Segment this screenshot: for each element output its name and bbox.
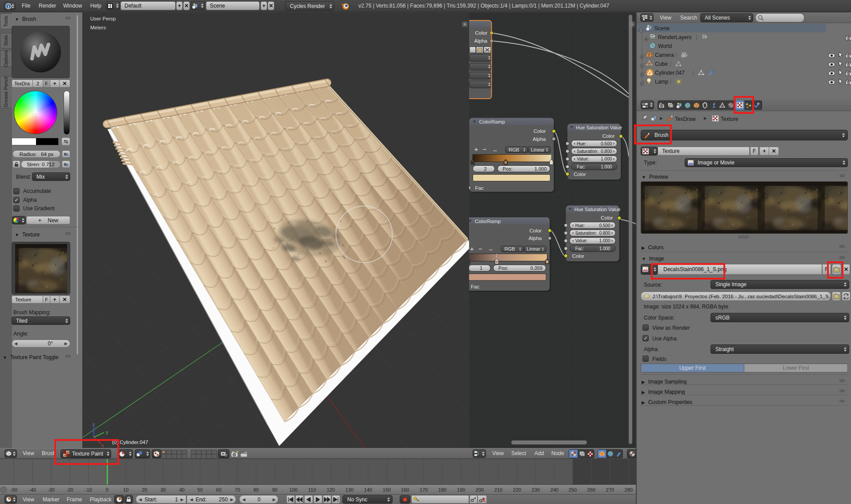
svg-text:z: z [92,422,95,427]
svg-text:Color: Color [601,215,613,220]
svg-text:130: 130 [345,487,353,492]
svg-text:RGB: RGB [505,246,515,252]
svg-text:0.500: 0.500 [601,141,612,146]
svg-text:100: 100 [289,487,297,492]
svg-text:Fac:: Fac: [577,164,585,169]
svg-text:+: + [470,245,474,252]
svg-text:+: + [474,145,478,153]
svg-text:↔: ↔ [488,246,494,252]
svg-text:-50: -50 [10,487,17,492]
svg-text:+: + [464,22,466,27]
svg-text:110: 110 [308,487,316,492]
svg-text:270: 270 [606,487,614,492]
svg-text:1: 1 [480,265,482,271]
svg-text:0.800: 0.800 [601,149,612,154]
svg-text:Color: Color [534,128,546,134]
svg-text:Value:: Value: [575,238,588,243]
svg-text:Fac:: Fac: [575,246,584,251]
svg-text:i: i [8,4,9,8]
svg-text:140: 140 [364,487,372,492]
svg-text:150: 150 [383,487,391,492]
svg-text:0: 0 [106,487,108,492]
svg-text:50: 50 [197,487,203,492]
svg-text:Hue Saturation Value: Hue Saturation Value [576,125,622,130]
svg-text:180: 180 [438,487,446,492]
svg-text:Saturation:: Saturation: [577,149,598,154]
svg-text:Color: Color [572,253,585,259]
svg-text:20: 20 [142,487,147,492]
svg-text:160: 160 [401,487,409,492]
svg-text:60: 60 [216,487,221,492]
svg-text:Color: Color [475,30,488,36]
svg-text:Value:: Value: [577,156,589,161]
svg-text:1.000: 1.000 [599,238,610,243]
svg-text:Meters: Meters [90,25,106,30]
svg-text:ColorRamp: ColorRamp [475,219,501,224]
svg-text:Fac: Fac [475,185,484,191]
svg-text:Alpha: Alpha [533,136,546,142]
svg-text:10: 10 [123,487,128,492]
svg-text:−: − [483,145,487,153]
svg-text:↔: ↔ [493,147,498,153]
svg-text:240: 240 [550,487,558,492]
svg-text:Pos:: Pos: [498,265,508,271]
svg-text:40: 40 [179,487,185,492]
svg-text:0.800: 0.800 [599,231,610,236]
svg-text:Color: Color [530,228,542,233]
svg-text:Saturation:: Saturation: [575,231,597,236]
svg-text:0.500: 0.500 [599,223,610,228]
svg-text:Hue Saturation Value: Hue Saturation Value [574,207,621,212]
svg-text:250: 250 [569,487,577,492]
svg-text:−: − [478,245,482,252]
svg-text:260: 260 [587,487,595,492]
svg-text:210: 210 [494,487,502,492]
svg-text:280: 280 [625,487,633,492]
svg-text:1.000: 1.000 [601,164,612,169]
svg-text:Color: Color [574,172,586,177]
svg-text:170: 170 [420,487,428,492]
svg-text:Hue:: Hue: [577,141,586,146]
svg-text:Linear: Linear [527,246,541,252]
svg-text:1.000: 1.000 [601,156,612,161]
svg-text:Fac: Fac [471,284,479,289]
svg-text:RGB: RGB [509,147,519,152]
svg-text:y: y [106,429,108,435]
svg-text:230: 230 [532,487,540,492]
svg-text:-20: -20 [66,487,73,492]
svg-text:80: 80 [253,487,259,492]
svg-text:200: 200 [476,487,484,492]
svg-text:Hue:: Hue: [575,223,585,228]
svg-text:ColorRamp: ColorRamp [479,119,505,124]
svg-text:Linear: Linear [531,147,545,152]
svg-text:Pos:: Pos: [503,166,513,172]
svg-text:30: 30 [161,487,166,492]
svg-text:1.000: 1.000 [599,246,610,251]
svg-text:Alpha: Alpha [474,38,488,44]
svg-text:0.359: 0.359 [530,265,543,271]
svg-text:User Persp: User Persp [90,16,116,21]
svg-text:70: 70 [235,487,240,492]
svg-text:-10: -10 [85,487,92,492]
svg-text:-30: -30 [48,487,55,492]
svg-text:Alpha: Alpha [529,236,542,241]
svg-text:-40: -40 [29,487,36,492]
svg-text:Color: Color [602,133,615,139]
svg-text:2: 2 [484,166,486,172]
svg-text:220: 220 [513,487,521,492]
svg-text:190: 190 [457,487,465,492]
svg-text:120: 120 [327,487,335,492]
svg-text:1.000: 1.000 [534,166,547,172]
svg-text:90: 90 [272,487,277,492]
